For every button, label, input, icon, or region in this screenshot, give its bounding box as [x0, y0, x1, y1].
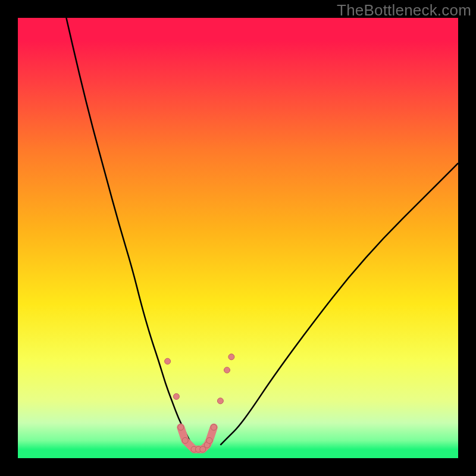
watermark-text: TheBottleneck.com [337, 1, 471, 20]
chart-canvas: TheBottleneck.com [0, 0, 476, 476]
chart-plot-area [18, 18, 458, 458]
